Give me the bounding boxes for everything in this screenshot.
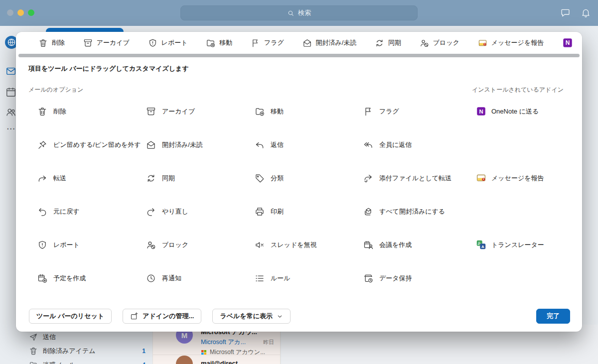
labels-visibility-dropdown[interactable]: ラベルを常に表示: [212, 309, 291, 324]
toolbar-item-flag[interactable]: フラグ: [251, 38, 284, 48]
mute-thread-icon: [255, 240, 265, 250]
search-input[interactable]: 検索: [180, 5, 418, 20]
section-headers: メールのオプション インストールされているアドイン: [16, 86, 582, 93]
option-print[interactable]: 印刷: [255, 207, 363, 217]
notifications-bell-icon[interactable]: [581, 7, 591, 18]
folder-list: 送信 削除済みアイテム 1 迷惑メール 4: [29, 330, 149, 364]
addin-translator[interactable]: トランスレーター: [472, 240, 544, 250]
option-forward[interactable]: 転送: [37, 173, 146, 183]
window-controls: [7, 9, 34, 16]
section-installed-addins: インストールされているアドイン: [472, 86, 564, 94]
translator-icon: [476, 240, 486, 250]
option-create-event[interactable]: 予定を作成: [37, 273, 146, 283]
undo-icon: [37, 207, 47, 217]
option-rules[interactable]: ルール: [255, 273, 363, 283]
option-redo[interactable]: やり直し: [146, 207, 255, 217]
block-person-icon: [146, 240, 156, 250]
section-mail-options: メールのオプション: [28, 86, 83, 94]
toolbar-item-read-unread[interactable]: 開封済み/未読: [302, 38, 357, 48]
forward-icon: [37, 173, 47, 183]
options-grid: 削除 アーカイブ 移動 フラグ OneNote に送る: [37, 95, 582, 295]
more-apps-icon[interactable]: ⋯: [6, 123, 15, 134]
meeting-icon: [363, 240, 373, 250]
addin-report-message[interactable]: メッセージを報告: [472, 173, 544, 183]
toolbar-item-archive[interactable]: アーカイブ: [83, 38, 130, 48]
grid-row: 元に戻す やり直し 印刷 すべて開封済みにする: [37, 195, 582, 228]
option-block[interactable]: ブロック: [146, 240, 255, 250]
people-nav-icon[interactable]: [5, 107, 16, 118]
folder-item-deleted[interactable]: 削除済みアイテム 1: [29, 344, 149, 358]
close-window-button[interactable]: [7, 9, 13, 16]
toolbar-preview: 削除 アーカイブ レポート 移動 フラグ 開封済み/未読: [16, 32, 582, 54]
maximize-window-button[interactable]: [28, 9, 34, 16]
toolbar-item-move[interactable]: 移動: [206, 38, 232, 48]
toolbar-item-report-message[interactable]: メッセージを報告: [478, 38, 544, 48]
grid-row: レポート ブロック スレッドを無視 会議を作成 トランスレーター: [37, 228, 582, 261]
app-background: ⋯ 送信 削除済みアイテム 1 迷惑メール 4 M Microsoft アカウ.…: [0, 26, 598, 364]
feedback-chat-icon[interactable]: [560, 7, 571, 18]
junk-folder-icon: [29, 361, 38, 364]
option-archive[interactable]: アーカイブ: [146, 107, 255, 117]
option-sync[interactable]: 同期: [146, 173, 255, 183]
shield-report-icon: [148, 38, 157, 48]
folder-move-icon: [206, 38, 215, 48]
option-retention[interactable]: データ保持: [363, 273, 472, 283]
grid-row: 削除 アーカイブ 移動 フラグ OneNote に送る: [37, 95, 582, 128]
mail-nav-icon[interactable]: [5, 66, 16, 77]
manage-addins-button[interactable]: アドインの管理...: [123, 309, 201, 324]
shield-report-icon: [37, 240, 47, 250]
calendar-nav-icon[interactable]: [5, 87, 16, 98]
archive-icon: [146, 107, 156, 117]
message-sender[interactable]: mail@direct...: [201, 360, 243, 364]
addin-manage-icon: [130, 312, 139, 321]
option-categorize[interactable]: 分類: [255, 173, 363, 183]
onenote-icon[interactable]: [562, 37, 573, 48]
option-snooze[interactable]: 再通知: [146, 273, 255, 283]
mark-all-read-icon: [363, 207, 373, 217]
option-mark-all-read[interactable]: すべて開封済みにする: [363, 207, 472, 217]
folder-item-sent[interactable]: 送信: [29, 330, 149, 344]
option-flag[interactable]: フラグ: [363, 107, 472, 117]
done-button[interactable]: 完了: [536, 309, 570, 324]
option-undo[interactable]: 元に戻す: [37, 207, 146, 217]
toolbar-item-sync[interactable]: 同期: [375, 38, 401, 48]
globe-icon: [6, 37, 16, 47]
folder-label: 迷惑メール: [43, 361, 76, 364]
message-preview: Microsoft アカウン...: [201, 348, 265, 357]
option-reply-all[interactable]: 全員に返信: [363, 140, 472, 150]
message-subject[interactable]: Microsoft アカ...: [201, 338, 246, 347]
option-reply[interactable]: 返信: [255, 140, 363, 150]
toolbar-item-block[interactable]: ブロック: [420, 38, 459, 48]
dialog-footer: ツール バーのリセット アドインの管理... ラベルを常に表示 完了: [29, 309, 570, 324]
minimize-window-button[interactable]: [17, 9, 24, 16]
toolbar-scrollbar[interactable]: [18, 54, 580, 57]
option-move[interactable]: 移動: [255, 107, 363, 117]
titlebar-actions: [560, 7, 591, 18]
reply-icon: [255, 140, 265, 150]
option-report[interactable]: レポート: [37, 240, 146, 250]
option-pin-unpin[interactable]: ピン留めする/ピン留めを外す: [37, 140, 146, 150]
toolbar-item-delete[interactable]: 削除: [38, 38, 65, 48]
mail-open-icon: [146, 140, 156, 150]
folder-label: 送信: [43, 333, 56, 342]
option-read-unread[interactable]: 開封済み/未読: [146, 140, 255, 150]
option-create-meeting[interactable]: 会議を作成: [363, 240, 472, 250]
retention-box-icon: [363, 273, 373, 283]
divider: [153, 355, 280, 355]
option-ignore-thread[interactable]: スレッドを無視: [255, 240, 363, 250]
flag-icon: [251, 38, 260, 48]
grid-row: 転送 同期 分類 添付ファイルとして転送 メッセージを報告: [37, 161, 582, 195]
calendar-add-icon: [37, 273, 47, 283]
unread-count-badge: 4: [142, 362, 149, 364]
grid-row: ピン留めする/ピン留めを外す 開封済み/未読 返信 全員に返信: [37, 128, 582, 161]
search-icon: [287, 9, 295, 17]
clock-snooze-icon: [146, 273, 156, 283]
sync-icon: [146, 173, 156, 183]
outlook-window: 検索 ⋯ 送信 削除済みアイテム 1: [0, 0, 598, 364]
reset-toolbar-button[interactable]: ツール バーのリセット: [29, 309, 112, 324]
toolbar-item-report[interactable]: レポート: [148, 38, 188, 48]
addin-send-to-onenote[interactable]: OneNote に送る: [472, 106, 539, 117]
option-forward-as-attachment[interactable]: 添付ファイルとして転送: [363, 173, 472, 183]
folder-item-junk[interactable]: 迷惑メール 4: [29, 358, 149, 364]
option-delete[interactable]: 削除: [37, 107, 146, 117]
